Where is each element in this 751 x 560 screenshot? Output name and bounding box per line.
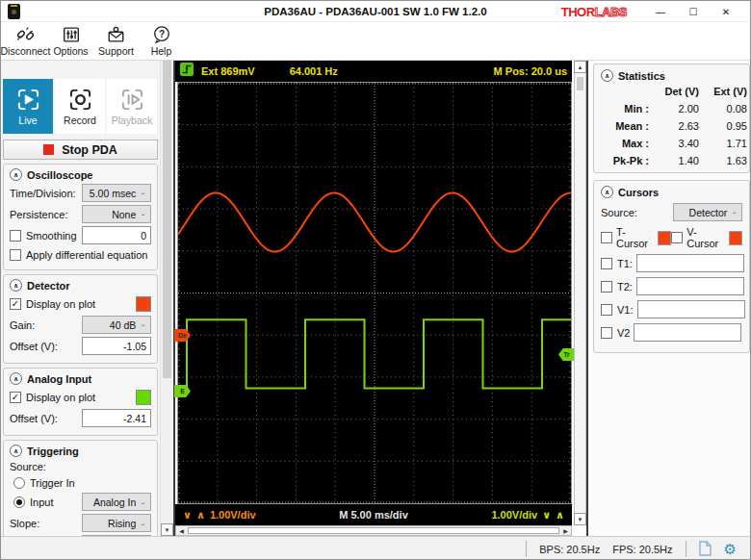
v2-input[interactable] <box>634 323 741 342</box>
collapse-cursors-icon[interactable]: ∧ <box>601 186 613 198</box>
gain-select[interactable]: 40 dB⌄ <box>82 316 151 334</box>
smoothing-input[interactable] <box>82 226 151 244</box>
vertical-scrollbar-thumb[interactable] <box>577 77 583 90</box>
chevron-down-icon: ⌄ <box>140 211 146 217</box>
title-bar: PDA36AU - PDA36AU-001 SW 1.0 FW 1.2.0 TH… <box>1 1 750 22</box>
broken-link-icon <box>15 25 36 44</box>
scope-vertical-scrollbar[interactable]: ▲ ▼ <box>574 61 586 525</box>
t2-checkbox[interactable] <box>601 281 612 293</box>
record-mode-button[interactable]: Record <box>55 79 105 134</box>
t-cursor-checkbox[interactable] <box>601 232 612 243</box>
mean-label: Mean : <box>601 120 651 132</box>
status-bar: BPS: 20.5Hz FPS: 20.5Hz ⚙ <box>1 536 750 560</box>
v-cursor-checkbox[interactable] <box>671 232 683 243</box>
v1-checkbox[interactable] <box>601 304 612 316</box>
collapse-analog-input-icon[interactable]: ∧ <box>10 372 22 385</box>
scroll-down-button[interactable]: ▼ <box>161 523 173 536</box>
collapse-triggering-icon[interactable]: ∧ <box>10 445 22 457</box>
close-button[interactable]: ✕ <box>710 1 742 22</box>
support-label: Support <box>98 45 134 57</box>
disconnect-button[interactable]: Disconnect <box>3 22 48 59</box>
t1-checkbox[interactable] <box>601 258 612 269</box>
input-source-select[interactable]: Analog In⌄ <box>82 493 151 511</box>
time-division-select[interactable]: 5.00 msec⌄ <box>82 184 151 202</box>
maximize-button[interactable]: ☐ <box>677 1 710 22</box>
application-window: PDA36AU - PDA36AU-001 SW 1.0 FW 1.2.0 TH… <box>0 0 751 560</box>
scroll-right-button[interactable]: ▶ <box>560 526 571 535</box>
v-cursor-color-swatch[interactable] <box>729 231 742 245</box>
live-icon <box>16 88 40 112</box>
horizontal-scrollbar-thumb[interactable] <box>188 527 559 534</box>
analog-display-checkbox[interactable]: ✓ <box>10 392 21 403</box>
analog-offset-input[interactable] <box>82 409 151 427</box>
control-panel: Live Record Playback St <box>1 61 160 536</box>
analog-color-swatch[interactable] <box>136 390 151 405</box>
cursor-source-select[interactable]: Detector⌄ <box>673 203 742 221</box>
detector-display-checkbox[interactable]: ✓ <box>10 298 21 310</box>
t2-label: T2: <box>617 281 633 293</box>
min-ext-value: 0.08 <box>699 103 747 115</box>
mean-ext-value: 0.95 <box>699 120 747 132</box>
v1-input[interactable] <box>637 300 745 318</box>
sliders-icon <box>62 25 81 44</box>
smoothing-checkbox[interactable] <box>10 230 21 242</box>
t2-input[interactable] <box>636 277 744 295</box>
help-label: Help <box>151 45 172 57</box>
left-scrollbar-thumb[interactable] <box>163 61 171 378</box>
minimize-button[interactable]: — <box>644 1 677 22</box>
min-label: Min : <box>601 103 651 115</box>
persistence-label: Persistence: <box>10 209 68 220</box>
input-radio[interactable] <box>13 496 25 508</box>
analog-input-title: Analog Input <box>27 373 91 385</box>
stop-pda-label: Stop PDA <box>62 143 117 157</box>
scope-horizontal-scrollbar[interactable]: ◀ ▶ <box>175 525 572 536</box>
time-division-label: Time/Division: <box>10 188 76 199</box>
detector-offset-input[interactable] <box>82 337 151 355</box>
options-button[interactable]: Options <box>48 22 93 59</box>
analog-input-group: ∧ Analog Input ✓Display on plot Offset (… <box>3 368 158 436</box>
scroll-left-button[interactable]: ◀ <box>176 526 187 535</box>
thorlabs-logo: THORLABS <box>561 5 627 19</box>
frequency-readout: 64.001 Hz <box>290 65 338 77</box>
options-label: Options <box>53 45 88 57</box>
analog-display-label: Display on plot <box>26 392 95 403</box>
cursor-source-label: Source: <box>601 207 637 218</box>
oscilloscope-display[interactable]: De E Tr <box>177 82 572 504</box>
oscilloscope-group: ∧ Oscilloscope Time/Division: 5.00 msec⌄… <box>3 164 158 270</box>
scroll-up-button[interactable]: ▲ <box>574 61 586 73</box>
detector-color-swatch[interactable] <box>136 296 151 312</box>
scroll-down-button[interactable]: ▼ <box>574 513 586 525</box>
t-cursor-color-swatch[interactable] <box>658 231 671 245</box>
v2-checkbox[interactable] <box>601 327 612 339</box>
trigger-in-label: Trigger In <box>30 477 75 489</box>
help-button[interactable]: ? Help <box>139 22 184 59</box>
statistics-title: Statistics <box>618 70 665 82</box>
statistics-group: ∧ Statistics Det (V) Ext (V) Min : 2.00 … <box>593 64 750 173</box>
differential-equation-checkbox[interactable] <box>10 249 21 261</box>
oscilloscope-title: Oscilloscope <box>27 169 92 181</box>
left-panel-scrollbar[interactable]: ▼ <box>160 61 172 536</box>
pkpk-label: Pk-Pk : <box>601 155 651 166</box>
analog-offset-label: Offset (V): <box>10 413 58 424</box>
scope-bottom-bar: ∨ ∧ 1.00V/div M 5.00 ms/div 1.00V/div ∨ … <box>175 504 572 525</box>
live-mode-button[interactable]: Live <box>3 79 53 134</box>
settings-gear-icon[interactable]: ⚙ <box>724 542 737 556</box>
disconnect-label: Disconnect <box>1 45 51 57</box>
playback-mode-button[interactable]: Playback <box>107 79 157 134</box>
collapse-statistics-icon[interactable]: ∧ <box>601 69 613 82</box>
log-file-icon[interactable] <box>699 541 712 558</box>
max-ext-value: 1.71 <box>699 138 747 149</box>
support-button[interactable]: Support <box>93 22 139 59</box>
stop-pda-button[interactable]: Stop PDA <box>3 140 158 160</box>
collapse-oscilloscope-icon[interactable]: ∧ <box>10 168 22 181</box>
v1-label: V1: <box>617 304 634 316</box>
t1-input[interactable] <box>636 254 744 272</box>
persistence-select[interactable]: None⌄ <box>82 205 151 223</box>
trigger-in-radio[interactable] <box>13 477 25 489</box>
slope-select[interactable]: Rising⌄ <box>82 514 151 532</box>
chevron-down-icon: ⌄ <box>140 498 146 505</box>
scope-plot <box>178 83 571 503</box>
input-label: Input <box>30 496 53 508</box>
det-column-header: Det (V) <box>651 86 699 97</box>
collapse-detector-icon[interactable]: ∧ <box>10 279 22 292</box>
